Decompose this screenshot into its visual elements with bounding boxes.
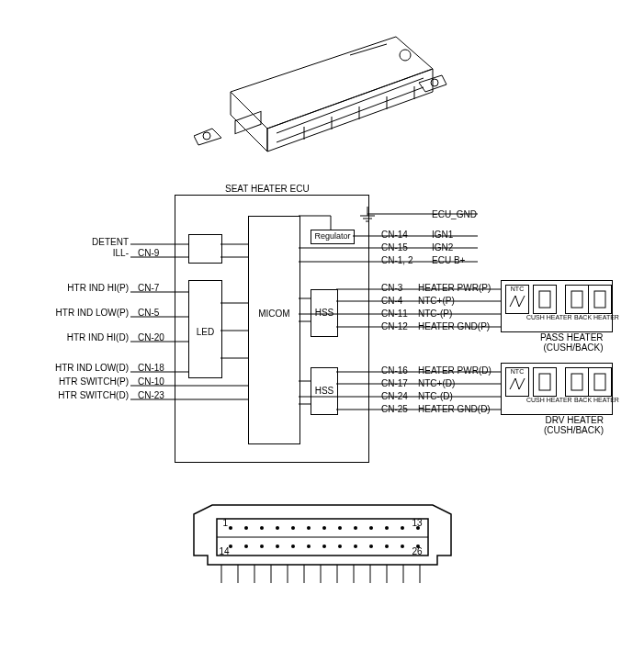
pass-cush-box bbox=[533, 285, 557, 314]
sig-htr-sw-d: HTR SWITCH(D) bbox=[28, 390, 129, 400]
svg-point-73 bbox=[307, 526, 311, 530]
micom-block: MICOM bbox=[248, 216, 300, 444]
svg-rect-17 bbox=[594, 374, 605, 390]
svg-point-78 bbox=[385, 526, 389, 530]
svg-rect-15 bbox=[539, 374, 550, 390]
pin-cn15: CN-15 bbox=[381, 242, 408, 253]
svg-point-76 bbox=[354, 526, 357, 530]
svg-rect-12 bbox=[539, 291, 550, 308]
svg-point-82 bbox=[244, 544, 248, 548]
sig-ecu-gnd: ECU_GND bbox=[432, 209, 477, 219]
sig-htrgndp: HEATER GND(P) bbox=[418, 321, 490, 331]
sig-ign2: IGN2 bbox=[432, 242, 453, 253]
pin-cn7: CN-7 bbox=[138, 283, 159, 293]
svg-point-71 bbox=[276, 526, 279, 530]
drv-ntc-box: NTC bbox=[505, 367, 529, 397]
svg-point-77 bbox=[369, 526, 373, 530]
sig-ntcpd: NTC+(D) bbox=[418, 378, 455, 388]
svg-point-79 bbox=[401, 526, 404, 530]
schematic-title: SEAT HEATER ECU bbox=[225, 184, 310, 194]
sig-htr-ind-hi-d: HTR IND HI(D) bbox=[37, 332, 129, 342]
pin-cn12: CN-12 bbox=[381, 321, 408, 331]
pass-ntc-box: NTC bbox=[505, 285, 529, 314]
svg-point-1 bbox=[431, 79, 438, 86]
svg-point-69 bbox=[244, 526, 248, 530]
pin14: 14 bbox=[220, 546, 230, 556]
svg-point-85 bbox=[291, 544, 295, 548]
drv-cush-box bbox=[533, 367, 557, 397]
svg-point-92 bbox=[401, 544, 404, 548]
sig-htrpwrp: HEATER PWR(P) bbox=[418, 283, 491, 293]
sig-htr-ind-hi-p: HTR IND HI(P) bbox=[37, 283, 129, 293]
sig-ntcmp: NTC-(P) bbox=[418, 309, 452, 319]
pass-back-box bbox=[588, 285, 612, 314]
pass-ntc-label: NTC bbox=[506, 286, 528, 292]
pin13: 13 bbox=[412, 518, 423, 528]
drv-cush-lbl: CUSH HEATER bbox=[526, 397, 572, 403]
svg-point-10 bbox=[400, 50, 411, 61]
sig-htr-sw-p: HTR SWITCH(P) bbox=[28, 376, 129, 387]
pin-cn20: CN-20 bbox=[138, 332, 164, 342]
hss-block-1: HSS bbox=[311, 289, 338, 337]
pass-back-lbl: BACK HEATER bbox=[574, 314, 619, 320]
led-label: LED bbox=[189, 327, 221, 337]
svg-point-72 bbox=[291, 526, 295, 530]
pin-cn3: CN-3 bbox=[381, 283, 402, 293]
svg-rect-16 bbox=[571, 374, 582, 390]
svg-point-68 bbox=[229, 526, 232, 530]
inner-box-1 bbox=[188, 234, 222, 264]
pin-cn25: CN-25 bbox=[381, 404, 408, 414]
svg-rect-13 bbox=[571, 291, 582, 308]
pin-cn16: CN-16 bbox=[381, 365, 408, 376]
svg-point-70 bbox=[260, 526, 264, 530]
connector-drawing: 1 13 14 26 bbox=[185, 496, 460, 588]
drv-back-box bbox=[588, 367, 612, 397]
svg-point-87 bbox=[322, 544, 326, 548]
svg-point-90 bbox=[369, 544, 373, 548]
pin1: 1 bbox=[223, 518, 229, 528]
diagram-container: SEAT HEATER ECU Regulator MICOM LED HSS … bbox=[18, 28, 626, 588]
pass-heater-title: PASS HEATER (CUSH/BACK) bbox=[540, 332, 604, 353]
schematic-diagram: SEAT HEATER ECU Regulator MICOM LED HSS … bbox=[18, 184, 625, 477]
drv-heater-title: DRV HEATER (CUSH/BACK) bbox=[544, 415, 604, 435]
sig-htrgndd: HEATER GND(D) bbox=[418, 404, 491, 414]
regulator-block: Regulator bbox=[311, 230, 355, 244]
sig-ign1: IGN1 bbox=[432, 230, 453, 240]
svg-point-74 bbox=[322, 526, 326, 530]
svg-point-75 bbox=[338, 526, 342, 530]
sig-detent: DETENT bbox=[55, 237, 129, 247]
svg-point-91 bbox=[385, 544, 389, 548]
sig-ill: ILL- bbox=[55, 248, 129, 258]
sig-ntcpp: NTC+(P) bbox=[418, 296, 455, 306]
pin-cn4: CN-4 bbox=[381, 296, 402, 306]
pin-cn11: CN-11 bbox=[381, 309, 408, 319]
pin-cn5: CN-5 bbox=[138, 308, 159, 318]
pin-cn9: CN-9 bbox=[138, 248, 159, 258]
micom-label: MICOM bbox=[249, 309, 299, 319]
svg-point-89 bbox=[354, 544, 357, 548]
pin-cn23: CN-23 bbox=[138, 390, 164, 400]
sig-htrpwrd: HEATER PWR(D) bbox=[418, 365, 491, 376]
led-block: LED bbox=[188, 280, 222, 378]
svg-point-86 bbox=[307, 544, 311, 548]
sig-ecub: ECU B+ bbox=[432, 255, 465, 265]
svg-line-3 bbox=[277, 78, 424, 133]
pass-cush-lbl: CUSH HEATER bbox=[526, 314, 572, 320]
drv-back-lbl: BACK HEATER bbox=[574, 397, 619, 403]
drv-ntc-label: NTC bbox=[506, 368, 528, 375]
svg-point-83 bbox=[260, 544, 264, 548]
svg-rect-14 bbox=[594, 291, 605, 308]
hss-block-2: HSS bbox=[311, 367, 338, 415]
pass-cush-box2 bbox=[565, 285, 589, 314]
pin-cn17: CN-17 bbox=[381, 378, 408, 388]
svg-point-88 bbox=[338, 544, 342, 548]
svg-line-4 bbox=[277, 87, 424, 142]
pin26: 26 bbox=[412, 546, 423, 556]
sig-htr-ind-low-p: HTR IND LOW(P) bbox=[28, 308, 129, 318]
drv-cush-box2 bbox=[565, 367, 589, 397]
ecu-module-drawing bbox=[194, 28, 451, 156]
pin-cn10: CN-10 bbox=[138, 376, 164, 387]
svg-point-84 bbox=[276, 544, 279, 548]
pin-cn24: CN-24 bbox=[381, 391, 408, 401]
svg-point-0 bbox=[203, 132, 210, 140]
